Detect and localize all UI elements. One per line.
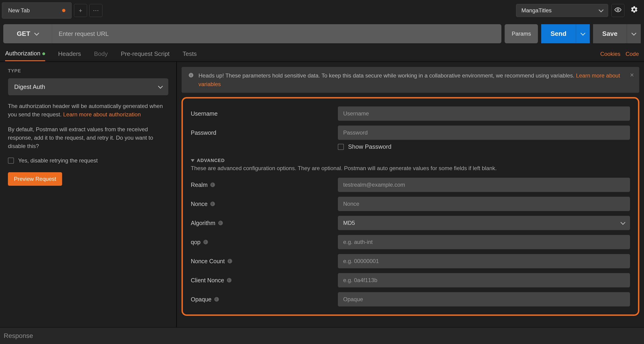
nonce-input[interactable] bbox=[338, 197, 630, 211]
url-box: GET bbox=[3, 24, 502, 43]
svg-rect-2 bbox=[191, 75, 191, 76]
send-split-button: Send bbox=[541, 24, 590, 43]
triangle-down-icon bbox=[191, 159, 194, 162]
environment-label: MangaTitles bbox=[522, 7, 552, 14]
info-icon[interactable] bbox=[214, 297, 219, 302]
info-icon[interactable] bbox=[228, 259, 232, 263]
response-section-header[interactable]: Response bbox=[0, 327, 644, 344]
advanced-description: These are advanced configuration options… bbox=[191, 165, 630, 172]
password-label: Password bbox=[191, 129, 331, 136]
advanced-toggle[interactable]: ADVANCED bbox=[191, 158, 630, 163]
chevron-down-icon bbox=[158, 84, 163, 89]
learn-auth-link[interactable]: Learn more about authorization bbox=[63, 111, 141, 118]
chevron-down-icon bbox=[599, 7, 604, 12]
tab-prerequest[interactable]: Pre-request Script bbox=[121, 47, 170, 61]
algorithm-select[interactable]: MD5 bbox=[338, 216, 630, 230]
disable-retry-checkbox[interactable] bbox=[8, 158, 14, 164]
info-icon[interactable] bbox=[210, 182, 215, 187]
chevron-down-icon bbox=[620, 220, 626, 225]
nonce-label: Nonce bbox=[191, 201, 208, 207]
new-tab-button[interactable]: + bbox=[74, 4, 87, 17]
plus-icon: + bbox=[79, 7, 82, 14]
tab-label: New Tab bbox=[8, 7, 30, 14]
algorithm-label: Algorithm bbox=[191, 220, 216, 226]
info-icon[interactable] bbox=[210, 202, 215, 206]
client-nonce-input[interactable] bbox=[338, 273, 630, 287]
tab-tests[interactable]: Tests bbox=[183, 47, 197, 61]
opaque-label: Opaque bbox=[191, 296, 212, 303]
save-options-button[interactable] bbox=[627, 24, 641, 43]
chevron-down-icon bbox=[580, 31, 585, 35]
alert-close-button[interactable]: ✕ bbox=[630, 71, 634, 79]
info-icon[interactable] bbox=[203, 240, 208, 244]
auth-main-pane: Heads up! These parameters hold sensitiv… bbox=[177, 62, 644, 327]
auth-type-select[interactable]: Digest Auth bbox=[8, 78, 168, 95]
username-input[interactable] bbox=[338, 106, 630, 121]
tab-bar: New Tab + ⋯ MangaTitles bbox=[0, 0, 644, 21]
password-input[interactable] bbox=[338, 125, 630, 140]
send-button[interactable]: Send bbox=[541, 24, 576, 43]
tab-body[interactable]: Body bbox=[94, 47, 108, 61]
cookies-link[interactable]: Cookies bbox=[600, 51, 620, 57]
digest-auth-form: Username Password Show Password ADVANCED… bbox=[182, 97, 639, 316]
info-icon[interactable] bbox=[218, 221, 223, 225]
send-options-button[interactable] bbox=[576, 24, 590, 43]
show-password-checkbox[interactable] bbox=[338, 144, 344, 150]
method-select[interactable]: GET bbox=[3, 24, 52, 43]
params-button[interactable]: Params bbox=[505, 24, 538, 43]
nonce-count-input[interactable] bbox=[338, 254, 630, 268]
auth-body: TYPE Digest Auth The authorization heade… bbox=[0, 62, 644, 327]
gear-icon bbox=[630, 6, 638, 15]
info-icon bbox=[188, 71, 194, 89]
response-label: Response bbox=[4, 332, 33, 339]
ellipsis-icon: ⋯ bbox=[93, 7, 99, 14]
code-link[interactable]: Code bbox=[626, 51, 639, 57]
request-tab[interactable]: New Tab bbox=[2, 2, 72, 19]
qop-label: qop bbox=[191, 239, 200, 245]
save-button[interactable]: Save bbox=[593, 24, 627, 43]
url-input[interactable] bbox=[52, 24, 502, 43]
disable-retry-label: Yes, disable retrying the request bbox=[18, 157, 98, 164]
save-split-button: Save bbox=[593, 24, 641, 43]
info-icon[interactable] bbox=[227, 278, 232, 282]
active-dot-icon bbox=[42, 52, 45, 55]
client-nonce-label: Client Nonce bbox=[191, 277, 224, 284]
svg-rect-3 bbox=[191, 74, 191, 74]
settings-button[interactable] bbox=[628, 4, 641, 17]
unsaved-dot-icon bbox=[62, 9, 66, 12]
chevron-down-icon bbox=[632, 31, 636, 35]
chevron-down-icon bbox=[34, 31, 39, 35]
realm-label: Realm bbox=[191, 182, 208, 188]
svg-point-0 bbox=[617, 9, 619, 11]
type-label: TYPE bbox=[8, 68, 168, 74]
environment-select[interactable]: MangaTitles bbox=[516, 4, 608, 17]
show-password-label: Show Password bbox=[348, 143, 391, 150]
retry-description: By default, Postman will extract values … bbox=[8, 125, 168, 150]
auth-description: The authorization header will be automat… bbox=[8, 102, 168, 119]
preview-request-button[interactable]: Preview Request bbox=[8, 172, 62, 186]
username-label: Username bbox=[191, 110, 331, 117]
sensitive-data-alert: Heads up! These parameters hold sensitiv… bbox=[182, 67, 639, 93]
request-subtabs: Authorization Headers Body Pre-request S… bbox=[0, 47, 644, 62]
tab-authorization[interactable]: Authorization bbox=[5, 47, 45, 61]
environment-quicklook-button[interactable] bbox=[612, 4, 624, 17]
method-label: GET bbox=[17, 30, 30, 38]
opaque-input[interactable] bbox=[338, 292, 630, 306]
tab-headers[interactable]: Headers bbox=[58, 47, 81, 61]
eye-icon bbox=[614, 6, 622, 15]
request-bar: GET Params Send Save bbox=[0, 21, 644, 47]
tab-options-button[interactable]: ⋯ bbox=[89, 4, 102, 17]
realm-input[interactable] bbox=[338, 178, 630, 192]
disable-retry-row: Yes, disable retrying the request bbox=[8, 157, 168, 164]
nonce-count-label: Nonce Count bbox=[191, 258, 225, 265]
qop-input[interactable] bbox=[338, 235, 630, 249]
auth-side-pane: TYPE Digest Auth The authorization heade… bbox=[0, 62, 177, 327]
